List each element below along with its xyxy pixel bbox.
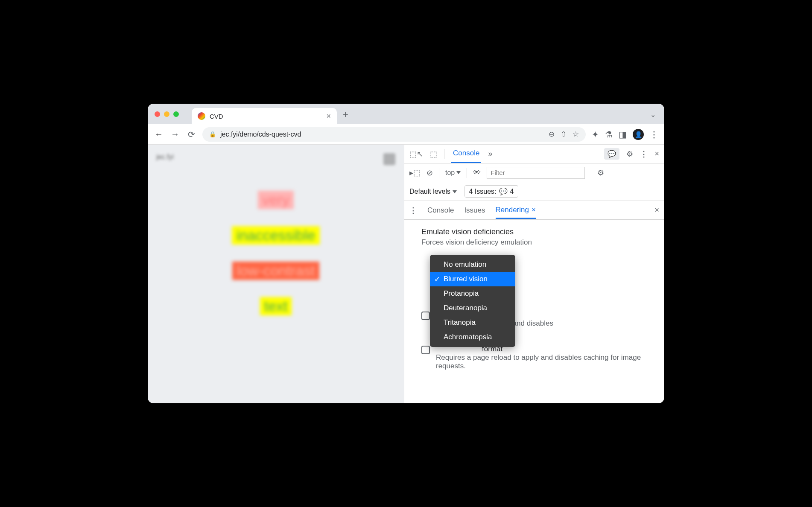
inspect-icon[interactable]: ⬚↖ (409, 149, 423, 159)
forward-button[interactable]: → (170, 129, 180, 139)
menu-button[interactable]: ⋮ (650, 129, 658, 140)
close-icon[interactable]: × (532, 206, 536, 214)
devtools-menu-icon[interactable]: ⋮ (640, 149, 648, 159)
minimize-window-button[interactable] (164, 111, 169, 117)
browser-tab[interactable]: CVD × (192, 108, 337, 124)
lock-icon: 🔒 (209, 131, 216, 137)
drawer-tabs: ⋮ Console Issues Rendering × × (404, 201, 664, 220)
checkbox-row: Enable WebP format Requires a page reloa… (421, 345, 647, 370)
bookmark-icon[interactable]: ☆ (572, 130, 579, 139)
address-bar[interactable]: 🔒 jec.fyi/demo/cds-quest-cvd ⊖ ⇧ ☆ (202, 127, 586, 142)
maximize-window-button[interactable] (173, 111, 179, 117)
close-tab-button[interactable]: × (326, 112, 331, 121)
context-selector[interactable]: top (445, 169, 461, 177)
log-levels-selector[interactable]: Default levels (409, 188, 457, 195)
tab-title: CVD (210, 113, 322, 120)
filter-input[interactable] (487, 167, 585, 179)
page-site-name: jec.fyi (156, 153, 174, 165)
sidepanel-icon[interactable]: ◨ (619, 129, 627, 140)
new-tab-button[interactable]: + (343, 109, 348, 120)
dropdown-option-no-emulation[interactable]: No emulation (430, 257, 515, 272)
live-expression-icon[interactable]: 👁 (473, 168, 481, 177)
address-icons: ⊖ ⇧ ☆ (549, 130, 579, 139)
close-devtools-button[interactable]: × (654, 149, 659, 158)
close-drawer-button[interactable]: × (654, 206, 659, 215)
demo-words: very inaccessible low-contrast text (156, 191, 395, 315)
tabs-dropdown-icon[interactable]: ⌄ (650, 111, 656, 119)
rendering-panel: Emulate vision deficiencies Forces visio… (404, 220, 664, 387)
profile-avatar[interactable]: 👤 (633, 129, 644, 140)
vision-deficiency-dropdown: No emulation Blurred vision Protanopia D… (430, 255, 515, 347)
url-text: jec.fyi/demo/cds-quest-cvd (220, 131, 301, 138)
drawer-rendering-tab[interactable]: Rendering × (496, 206, 536, 219)
console-toolbar: ▸⬚ ⊘ top 👁 ⚙ (404, 163, 664, 182)
devtools-panel: ⬚↖ ⬚ Console » 💬 ⚙ ⋮ × ▸⬚ ⊘ top 👁 (404, 145, 664, 403)
drawer-issues-tab[interactable]: Issues (464, 206, 485, 215)
dropdown-option-protanopia[interactable]: Protanopia (430, 286, 515, 301)
labs-icon[interactable]: ⚗ (605, 129, 613, 140)
content-area: jec.fyi very inaccessible low-contrast t… (148, 145, 664, 403)
browser-toolbar: ← → ⟳ 🔒 jec.fyi/demo/cds-quest-cvd ⊖ ⇧ ☆… (148, 124, 664, 145)
back-button[interactable]: ← (154, 129, 164, 139)
favicon-icon (198, 112, 205, 120)
console-tab[interactable]: Console (451, 145, 481, 163)
title-bar: CVD × + ⌄ (148, 104, 664, 124)
browser-window: CVD × + ⌄ ← → ⟳ 🔒 jec.fyi/demo/cds-quest… (148, 104, 664, 403)
checkbox-description: Requires a page reload to apply and disa… (436, 353, 647, 370)
device-icon[interactable]: ⬚ (430, 149, 437, 159)
drawer-console-tab[interactable]: Console (427, 206, 454, 215)
dropdown-option-blurred-vision[interactable]: Blurred vision (430, 272, 515, 286)
close-window-button[interactable] (155, 111, 160, 117)
dropdown-option-tritanopia[interactable]: Tritanopia (430, 315, 515, 330)
dropdown-option-achromatopsia[interactable]: Achromatopsia (430, 330, 515, 344)
console-settings-icon[interactable]: ⚙ (597, 168, 604, 178)
issues-counter[interactable]: 4 Issues: 💬 4 (464, 185, 519, 198)
more-tabs-icon[interactable]: » (488, 149, 492, 158)
demo-word: low-contrast (232, 262, 319, 280)
section-title: Emulate vision deficiencies (421, 227, 647, 236)
console-filter-bar: Default levels 4 Issues: 💬 4 (404, 182, 664, 201)
sidebar-toggle-icon[interactable]: ▸⬚ (409, 168, 421, 178)
dark-mode-toggle[interactable] (383, 153, 395, 165)
clear-console-icon[interactable]: ⊘ (426, 168, 433, 178)
traffic-lights (155, 111, 179, 117)
extensions-icon[interactable]: ✦ (592, 129, 599, 140)
drawer-menu-icon[interactable]: ⋮ (409, 206, 417, 215)
issues-indicator-icon[interactable]: 💬 (604, 148, 619, 160)
dropdown-option-deuteranopia[interactable]: Deuteranopia (430, 301, 515, 315)
demo-word: inaccessible (232, 226, 319, 245)
zoom-icon[interactable]: ⊖ (549, 130, 555, 139)
settings-icon[interactable]: ⚙ (626, 149, 633, 159)
demo-word: very (258, 191, 294, 209)
section-subtitle: Forces vision deficiency emulation (421, 238, 647, 247)
demo-word: text (260, 297, 292, 315)
checkbox[interactable] (421, 346, 430, 354)
share-icon[interactable]: ⇧ (561, 130, 567, 139)
page-viewport: jec.fyi very inaccessible low-contrast t… (148, 145, 404, 403)
checkbox[interactable] (421, 312, 430, 320)
devtools-toolbar: ⬚↖ ⬚ Console » 💬 ⚙ ⋮ × (404, 145, 664, 163)
reload-button[interactable]: ⟳ (186, 129, 196, 140)
